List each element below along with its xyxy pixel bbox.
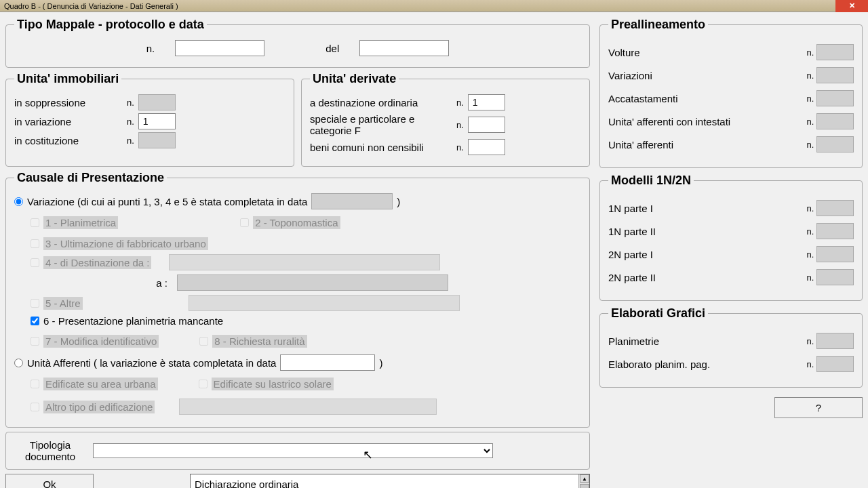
- md-1n-p2-input: [816, 223, 854, 239]
- close-icon: ✕: [849, 1, 855, 10]
- ui-row-label: in costituzione: [14, 135, 123, 146]
- pa-n: n.: [807, 70, 814, 81]
- preallineamento-legend: Preallineamento: [608, 18, 708, 32]
- ui-n-label: n.: [127, 117, 134, 127]
- unita-immobiliari-legend: Unita' immobiliari: [14, 72, 121, 86]
- unita-afferenti-radio[interactable]: [14, 359, 23, 367]
- ui-row-label: in variazione: [14, 116, 123, 127]
- dropdown-option[interactable]: Dichiarazione ordinaria: [191, 477, 589, 488]
- ud-n-label: n.: [456, 98, 464, 108]
- c4-checkbox: [31, 258, 39, 267]
- pa-n: n.: [807, 140, 814, 150]
- pa-label: Volture: [608, 47, 640, 58]
- c7-label: 7 - Modifica identificativo: [43, 335, 159, 348]
- ui-row-label: in soppressione: [14, 97, 123, 108]
- md-1n-p1-input: [816, 200, 854, 216]
- causale-group: Causale di Presentazione Variazione (di …: [5, 171, 590, 428]
- pa-label: Accatastamenti: [608, 93, 678, 104]
- titlebar: Quadro B - ( Denuncia di Variazione - Da…: [0, 0, 868, 12]
- pa-variazioni-input: [816, 67, 854, 83]
- ok-button[interactable]: Ok: [5, 474, 94, 488]
- ui-soppressione-input: [138, 94, 176, 110]
- causale-legend: Causale di Presentazione: [14, 171, 167, 185]
- c2-checkbox: [240, 218, 249, 227]
- ud-speciale-input[interactable]: [468, 117, 505, 133]
- md-n: n.: [807, 203, 814, 214]
- md-label: 2N parte I: [608, 249, 653, 260]
- c5-text-input: [189, 295, 460, 311]
- c8-label: 8 - Richiesta ruralità: [212, 335, 307, 348]
- md-n: n.: [807, 226, 814, 237]
- ui-n-label: n.: [127, 136, 134, 146]
- scroll-up-icon[interactable]: ▲: [580, 474, 589, 483]
- eg-n: n.: [807, 336, 814, 346]
- pa-label: Unita' afferenti con intestati: [608, 116, 730, 127]
- ui-variazione-input[interactable]: [138, 113, 176, 129]
- ud-benicomuni-input[interactable]: [468, 139, 505, 155]
- n-label: n.: [146, 43, 155, 54]
- md-label: 2N parte II: [608, 272, 656, 283]
- ui-n-label: n.: [127, 98, 134, 108]
- md-label: 1N parte II: [608, 226, 656, 237]
- ua3-checkbox: [31, 403, 39, 411]
- ud-row-label: beni comuni non censibili: [310, 142, 452, 153]
- ua2-label: Edificate su lastrico solare: [212, 378, 334, 390]
- help-button[interactable]: ?: [774, 397, 863, 418]
- dropdown-scrollbar[interactable]: ▲ ▼: [578, 474, 589, 488]
- tipologia-select[interactable]: [93, 443, 493, 458]
- ud-n-label: n.: [456, 120, 464, 130]
- scroll-thumb[interactable]: [580, 484, 589, 488]
- del-label: del: [326, 43, 339, 54]
- md-n: n.: [807, 249, 814, 260]
- c6-checkbox[interactable]: [31, 317, 39, 325]
- pa-afferenti-intestati-input: [816, 113, 854, 129]
- tipo-mappale-group: Tipo Mappale - protocollo e data n. del: [5, 18, 590, 68]
- tipologia-label: Tipologia documento: [13, 439, 87, 462]
- c4-label: 4 - di Destinazione da :: [43, 256, 151, 269]
- c3-checkbox: [31, 239, 39, 248]
- c3-label: 3 - Ultimazione di fabbricato urbano: [43, 237, 208, 250]
- elaborati-group: Elaborati Grafici Planimetrien. Elaborat…: [599, 306, 863, 388]
- eg-label: Elaborato planim. pag.: [608, 359, 710, 370]
- md-2n-p1-input: [816, 246, 854, 262]
- tipologia-dropdown-list[interactable]: Dichiarazione ordinaria Dichiarazione re…: [190, 474, 590, 488]
- protocollo-n-input[interactable]: [175, 40, 264, 56]
- unita-afferenti-close: ): [379, 357, 382, 369]
- window-title: Quadro B - ( Denuncia di Variazione - Da…: [4, 2, 178, 10]
- pa-n: n.: [807, 47, 814, 58]
- eg-planimetrie-input: [816, 333, 854, 349]
- unita-derivate-legend: Unita' derivate: [310, 72, 399, 86]
- unita-derivate-group: Unita' derivate a destinazione ordinaria…: [301, 72, 590, 167]
- protocollo-date-input[interactable]: [359, 40, 449, 56]
- pa-accatastamenti-input: [816, 90, 854, 106]
- variazione-radio[interactable]: [14, 197, 23, 206]
- close-button[interactable]: ✕: [835, 0, 868, 12]
- md-label: 1N parte I: [608, 203, 653, 214]
- eg-elaborato-input: [816, 356, 854, 372]
- variazione-close: ): [397, 196, 400, 207]
- c1-label: 1 - Planimetrica: [43, 216, 118, 229]
- c5-label: 5 - Altre: [43, 297, 83, 310]
- unita-immobiliari-group: Unita' immobiliari in soppressione n. in…: [5, 72, 294, 167]
- c4-from-input: [169, 254, 440, 270]
- variazione-date-input: [311, 193, 393, 209]
- unita-afferenti-date-input[interactable]: [280, 354, 375, 371]
- ud-ordinaria-input[interactable]: [468, 94, 505, 110]
- eg-n: n.: [807, 359, 814, 369]
- ua3-label: Altro tipo di edificazione: [43, 401, 155, 413]
- variazione-label: Variazione (di cui ai punti 1, 3, 4 e 5 …: [27, 196, 307, 207]
- pa-afferenti-input: [816, 136, 854, 152]
- c4a-label: a :: [31, 277, 173, 289]
- c7-checkbox: [31, 337, 39, 346]
- modelli-group: Modelli 1N/2N 1N parte In. 1N parte IIn.…: [599, 174, 863, 301]
- modelli-legend: Modelli 1N/2N: [608, 174, 694, 188]
- eg-label: Planimetrie: [608, 336, 659, 347]
- c1-checkbox: [31, 218, 39, 227]
- pa-label: Unita' afferenti: [608, 139, 673, 150]
- pa-n: n.: [807, 94, 814, 104]
- c8-checkbox: [199, 337, 208, 346]
- c4-to-input: [177, 274, 448, 291]
- md-n: n.: [807, 272, 814, 283]
- ud-row-label: speciale e particolare e categorie F: [310, 113, 452, 136]
- pa-label: Variazioni: [608, 70, 652, 81]
